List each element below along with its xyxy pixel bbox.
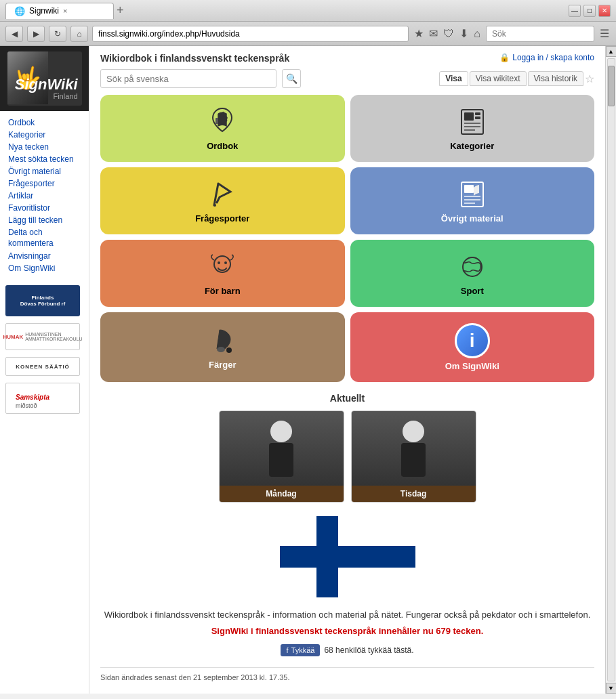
page-title: Wikiordbok i finlandssvenskt teckenspråk	[100, 53, 289, 64]
back-button[interactable]: ◀	[5, 26, 23, 42]
tab-visa-wikitext[interactable]: Visa wikitext	[470, 71, 527, 86]
menu-icon[interactable]: ☰	[598, 27, 611, 40]
home-icon[interactable]: ⌂	[472, 27, 482, 40]
sponsor-samskipta: Samskipta miðstöð	[5, 383, 83, 414]
barn-icon	[206, 251, 239, 283]
sidebar-item-ovrigt[interactable]: Övrigt material	[0, 165, 89, 177]
sidebar-item-ordbok[interactable]: Ordbok	[0, 116, 89, 129]
aktuellt-thumb-tisdag	[352, 411, 476, 486]
fragesporter-icon	[206, 178, 239, 211]
svg-rect-6	[475, 116, 480, 119]
svg-rect-9	[464, 129, 475, 131]
kategorier-label: Kategorier	[450, 141, 494, 151]
site-search-input[interactable]	[100, 69, 276, 88]
sponsor-finlands: FinlandsDövas Förbund rf	[5, 285, 83, 316]
browser-chrome: 🌐 Signwiki × + — □ ✕ ◀ ▶ ↻ ⌂ ★ ✉ 🛡 ⬇	[0, 0, 616, 46]
finland-flag	[280, 516, 415, 597]
ordbok-icon	[206, 106, 239, 138]
page-wrapper: 🤟 SignWiki Finland Ordbok Kategorier Nya…	[0, 46, 616, 694]
favorite-star-button[interactable]: ☆	[585, 72, 594, 85]
address-input[interactable]	[92, 26, 409, 42]
svg-text:miðstöð: miðstöð	[16, 402, 37, 409]
minimize-button[interactable]: —	[569, 5, 581, 17]
address-bar-row: ◀ ▶ ↻ ⌂ ★ ✉ 🛡 ⬇ ⌂ ☰	[0, 22, 616, 46]
tab-title: Signwiki	[29, 6, 59, 16]
sidebar-item-nya-tecken[interactable]: Nya tecken	[0, 141, 89, 153]
scroll-up-button[interactable]: ▲	[606, 46, 617, 57]
scroll-track[interactable]	[607, 58, 615, 681]
aktuellt-thumb-mandag	[220, 411, 344, 486]
window-controls: — □ ✕	[569, 5, 611, 17]
aktuellt-label-tisdag: Tisdag	[352, 486, 476, 502]
close-button[interactable]: ✕	[598, 5, 611, 17]
sidebar-item-favoritlistor[interactable]: Favoritlistor	[0, 202, 89, 214]
bottom-text: Wikiordbok i finlandssvenskt teckenspråk…	[100, 608, 594, 622]
sidebar-item-lagg-till[interactable]: Lägg till tecken	[0, 214, 89, 226]
aktuellt-grid: Måndag Tisdag	[100, 410, 594, 503]
maximize-button[interactable]: □	[583, 5, 596, 17]
svg-rect-23	[269, 443, 293, 477]
last-modified: Sidan ändrades senast den 21 september 2…	[100, 667, 594, 687]
scroll-thumb[interactable]	[608, 66, 615, 106]
aktuellt-item-tisdag[interactable]: Tisdag	[351, 410, 476, 503]
category-fragesporter[interactable]: Frågesporter	[100, 167, 345, 234]
svg-rect-8	[464, 126, 480, 127]
toolbar-icons: ★ ✉ 🛡 ⬇ ⌂	[413, 27, 482, 40]
login-link[interactable]: 🔒 Logga in / skapa konto	[499, 53, 594, 62]
farger-label: Färger	[209, 360, 236, 370]
svg-rect-7	[464, 123, 480, 124]
title-bar: 🌐 Signwiki × + — □ ✕	[0, 0, 616, 22]
fragesporter-label: Frågesporter	[195, 213, 249, 224]
farger-icon	[206, 324, 239, 357]
tab-visa[interactable]: Visa	[439, 71, 468, 86]
category-ordbok[interactable]: Ordbok	[100, 95, 345, 162]
category-barn[interactable]: För barn	[100, 240, 345, 307]
barn-label: För barn	[205, 286, 241, 296]
ovrigt-icon	[456, 178, 489, 211]
info-icon: i	[470, 330, 475, 352]
sidebar-item-artiklar[interactable]: Artiklar	[0, 190, 89, 202]
tab-visa-historik[interactable]: Visa historik	[528, 71, 583, 86]
scrollbar[interactable]: ▲ ▼	[605, 46, 616, 694]
sidebar-item-delta[interactable]: Delta och kommentera	[0, 226, 89, 250]
sidebar: 🤟 SignWiki Finland Ordbok Kategorier Nya…	[0, 46, 89, 694]
reload-button[interactable]: ↻	[49, 26, 66, 42]
svg-point-17	[218, 261, 220, 264]
forward-button[interactable]: ▶	[27, 26, 45, 42]
shield-icon[interactable]: 🛡	[442, 27, 455, 40]
sidebar-item-anvisningar[interactable]: Anvisningar	[0, 250, 89, 262]
browser-search-input[interactable]	[486, 26, 594, 42]
svg-point-24	[403, 421, 424, 442]
aktuellt-item-mandag[interactable]: Måndag	[219, 410, 344, 503]
search-icon: 🔍	[286, 73, 297, 84]
facebook-like-button[interactable]: f Tykkää	[281, 644, 320, 656]
scroll-down-button[interactable]: ▼	[606, 683, 617, 694]
browser-tab[interactable]: 🌐 Signwiki ×	[5, 3, 114, 19]
logo-text: SignWiki	[15, 76, 78, 93]
like-label: Tykkää	[291, 646, 315, 654]
sidebar-item-kategorier[interactable]: Kategorier	[0, 129, 89, 141]
ovrigt-label: Övrigt material	[441, 213, 504, 224]
mail-icon[interactable]: ✉	[428, 27, 439, 40]
new-tab-button[interactable]: +	[117, 3, 124, 18]
download-icon[interactable]: ⬇	[458, 27, 470, 40]
svg-rect-27	[280, 546, 415, 568]
category-kategorier[interactable]: Kategorier	[350, 95, 595, 162]
home-button[interactable]: ⌂	[70, 26, 88, 42]
svg-rect-25	[401, 443, 426, 477]
sidebar-item-mest-sokta[interactable]: Mest sökta tecken	[0, 153, 89, 165]
category-farger[interactable]: Färger	[100, 312, 345, 382]
aktuellt-label-mandag: Måndag	[220, 486, 344, 502]
sport-icon	[456, 251, 489, 283]
svg-point-21	[226, 347, 232, 353]
sidebar-item-om-signwiki[interactable]: Om SignWiki	[0, 262, 89, 274]
category-ovrigt[interactable]: Övrigt material	[350, 167, 595, 234]
category-sport[interactable]: Sport	[350, 240, 595, 307]
category-om[interactable]: i Om SignWiki	[350, 312, 595, 382]
bookmark-star-icon[interactable]: ★	[413, 27, 425, 40]
sidebar-item-fragesporter[interactable]: Frågesporter	[0, 177, 89, 190]
tab-close-button[interactable]: ×	[63, 7, 67, 15]
site-search-button[interactable]: 🔍	[282, 69, 301, 88]
facebook-like-row: f Tykkää 68 henkilöä tykkää tästä.	[100, 644, 594, 656]
svg-point-22	[270, 421, 292, 442]
